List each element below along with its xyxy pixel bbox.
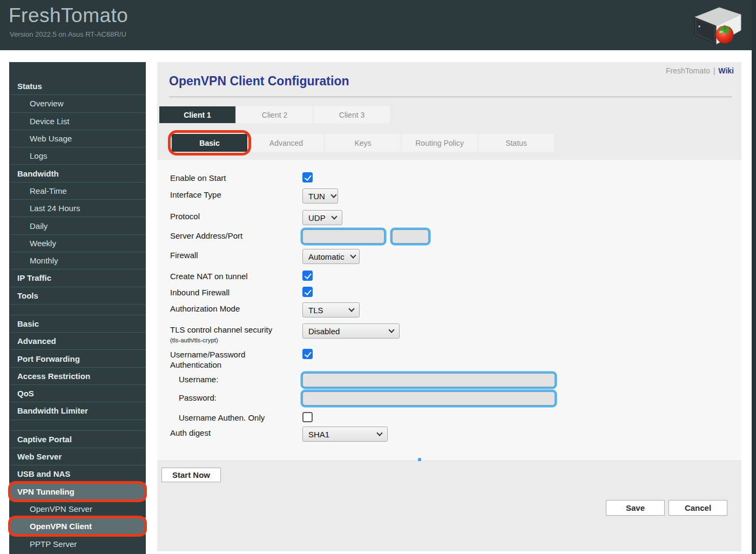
authorization-mode-select[interactable]: TLS [302, 302, 360, 317]
sidebar-item-access-restriction[interactable]: Access Restriction [9, 367, 146, 384]
cancel-button[interactable]: Cancel [669, 500, 727, 516]
sidebar-item-basic[interactable]: Basic [9, 315, 146, 332]
tls-control-channel-security-selected-value: Disabled [308, 327, 340, 336]
sidebar-item-label: Basic [17, 319, 39, 328]
server-address-input[interactable] [302, 229, 384, 244]
tab-client-2[interactable]: Client 2 [237, 106, 313, 123]
sidebar-item-logs[interactable]: Logs [9, 147, 146, 164]
sidebar-item-daily[interactable]: Daily [9, 217, 146, 234]
brand-logo: FreshTomato [9, 4, 128, 27]
tab-basic[interactable]: Basic [172, 134, 247, 152]
sidebar-item-web-usage[interactable]: Web Usage [9, 130, 146, 147]
form-row-firewall: FirewallAutomatic [170, 249, 741, 264]
auth-digest-selected-value: SHA1 [308, 430, 329, 439]
section-tabs: BasicAdvancedKeysRouting PolicyStatus [172, 134, 554, 152]
protocol-selected-value: UDP [308, 213, 326, 222]
interface-type-select[interactable]: TUN [302, 188, 338, 204]
tab-status[interactable]: Status [478, 134, 554, 152]
username-password-authentication-label: Username/Password Authentication [170, 348, 302, 370]
tab-keys[interactable]: Keys [325, 134, 401, 152]
sidebar-item-web-server[interactable]: Web Server [9, 448, 146, 465]
form-row-password: Password: [170, 391, 741, 406]
username-authen-only-checkbox[interactable] [302, 412, 313, 422]
sidebar-item-label: Bandwidth [17, 169, 59, 178]
password-control [302, 391, 555, 406]
sidebar-item-label: Overview [30, 99, 64, 108]
username-input[interactable] [302, 373, 555, 387]
username-control [302, 373, 555, 387]
sidebar-item-openvpn-server[interactable]: OpenVPN Server [9, 500, 146, 517]
wiki-link[interactable]: Wiki [718, 66, 734, 75]
firewall-select[interactable]: Automatic [302, 249, 360, 264]
password-label: Password: [170, 391, 302, 403]
right-edge-strip [752, 0, 756, 554]
config-form: Enable on StartInterface TypeTUNProtocol… [157, 160, 741, 460]
sidebar-item-label: OpenVPN Client [30, 522, 92, 531]
tab-client-3[interactable]: Client 3 [314, 106, 390, 123]
focus-indicator-dot [418, 458, 421, 461]
sidebar-item-label: Web Usage [30, 134, 72, 143]
tls-control-channel-security-sublabel: (tls-auth/tls-crypt) [170, 335, 302, 346]
sidebar-item-status[interactable]: Status [9, 77, 146, 94]
protocol-label: Protocol [170, 210, 302, 221]
chevron-down-icon [331, 213, 337, 219]
form-row-create-nat-on-tunnel: Create NAT on tunnel [170, 270, 741, 281]
save-button[interactable]: Save [606, 500, 665, 516]
sidebar-item-pptp-server[interactable]: PPTP Server [9, 535, 146, 552]
client-tabs: Client 1Client 2Client 3 [159, 106, 390, 123]
tab-client-1[interactable]: Client 1 [159, 106, 235, 123]
server-address-port-control [302, 229, 429, 244]
sidebar-item-vpn-tunneling[interactable]: VPN Tunneling [9, 483, 146, 500]
links-separator: | [713, 66, 716, 75]
sidebar-item-port-forwarding[interactable]: Port Forwarding [9, 349, 146, 367]
enable-on-start-control [302, 172, 313, 183]
sidebar-item-overview[interactable]: Overview [9, 94, 146, 112]
username-password-authentication-control [302, 348, 313, 359]
inbound-firewall-label: Inbound Firewall [170, 286, 302, 298]
sidebar-item-openvpn-client[interactable]: OpenVPN Client [9, 517, 146, 535]
sidebar-item-ip-traffic[interactable]: IP Traffic [9, 269, 146, 286]
server-port-input[interactable] [392, 229, 429, 244]
freshtomato-link[interactable]: FreshTomato [666, 66, 710, 75]
sidebar-item-bandwidth-limiter[interactable]: Bandwidth Limiter [9, 402, 146, 419]
sidebar-item-captive-portal[interactable]: Captive Portal [9, 430, 146, 448]
sidebar-item-advanced[interactable]: Advanced [9, 332, 146, 349]
sidebar-item-qos[interactable]: QoS [9, 384, 146, 402]
enable-on-start-checkbox[interactable] [302, 172, 313, 183]
sidebar-item-tools[interactable]: Tools [9, 287, 146, 304]
sidebar-item-label: Weekly [30, 239, 56, 248]
sidebar-item-usb-and-nas[interactable]: USB and NAS [9, 465, 146, 482]
sidebar-item-weekly[interactable]: Weekly [9, 234, 146, 252]
sidebar-item-label: PPTP Server [30, 539, 77, 549]
sidebar-item-label: Status [17, 82, 42, 91]
sidebar-item-real-time[interactable]: Real-Time [9, 182, 146, 199]
sidebar-item-label: Web Server [17, 452, 62, 461]
tls-control-channel-security-select[interactable]: Disabled [302, 323, 400, 339]
sidebar-item-monthly[interactable]: Monthly [9, 252, 146, 269]
inbound-firewall-checkbox[interactable] [302, 287, 313, 297]
form-row-interface-type: Interface TypeTUN [170, 188, 741, 204]
sidebar-item-label: Advanced [17, 336, 56, 346]
sidebar-item-label: Monthly [30, 256, 58, 265]
auth-digest-label: Auth digest [170, 427, 302, 438]
tab-advanced[interactable]: Advanced [248, 134, 324, 152]
sidebar-item-device-list[interactable]: Device List [9, 112, 146, 130]
sidebar-item-last-24-hours[interactable]: Last 24 Hours [9, 199, 146, 217]
password-input[interactable] [302, 391, 555, 406]
username-password-authentication-checkbox[interactable] [302, 349, 313, 359]
form-row-server-address-port: Server Address/Port [170, 229, 741, 244]
sidebar-item-label: Daily [30, 221, 48, 231]
protocol-select[interactable]: UDP [302, 210, 342, 225]
router-tomato-icon [689, 2, 745, 48]
chevron-down-icon [348, 306, 354, 312]
form-row-username-authen-only: Username Authen. Only [170, 411, 741, 423]
chevron-down-icon [376, 430, 382, 436]
create-nat-on-tunnel-checkbox[interactable] [302, 271, 313, 281]
auth-digest-select[interactable]: SHA1 [302, 427, 388, 442]
authorization-mode-selected-value: TLS [308, 306, 323, 315]
chevron-down-icon [330, 192, 336, 198]
sidebar-item-bandwidth[interactable]: Bandwidth [9, 164, 146, 181]
sidebar-item-label: OpenVPN Server [30, 504, 92, 514]
start-now-button[interactable]: Start Now [161, 468, 221, 482]
tab-routing-policy[interactable]: Routing Policy [402, 134, 477, 152]
